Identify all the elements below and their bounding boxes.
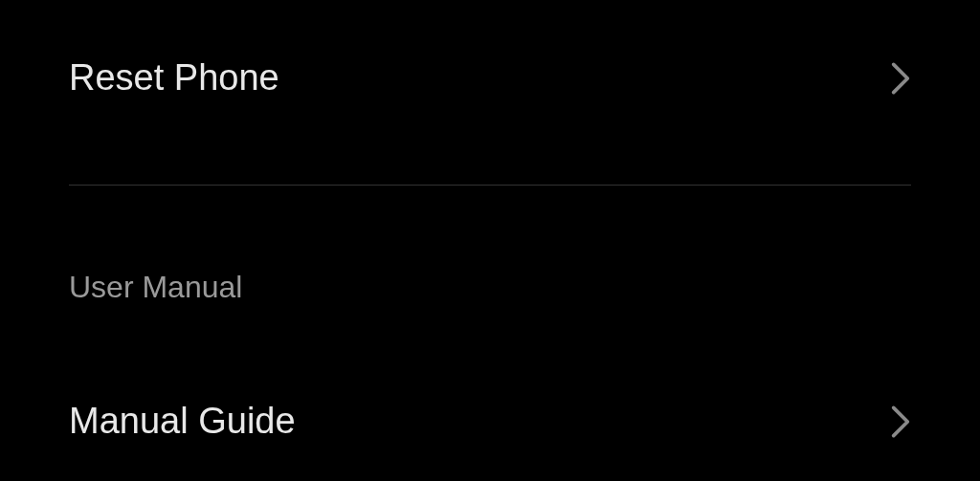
- section-header-user-manual: User Manual: [69, 186, 911, 324]
- manual-guide-label: Manual Guide: [69, 401, 296, 442]
- reset-phone-item[interactable]: Reset Phone: [69, 0, 911, 127]
- manual-guide-item[interactable]: Manual Guide: [69, 324, 911, 470]
- chevron-right-icon: [890, 404, 911, 440]
- settings-list: Reset Phone User Manual Manual Guide: [0, 0, 980, 470]
- reset-phone-label: Reset Phone: [69, 57, 279, 98]
- chevron-right-icon: [890, 60, 911, 97]
